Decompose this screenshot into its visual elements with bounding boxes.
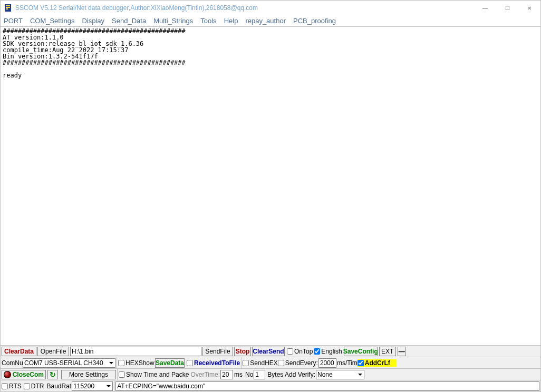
menu-com-settings[interactable]: COM_Settings bbox=[30, 17, 75, 25]
toolbar-row-4: RTS DTR BaudRat 115200 bbox=[1, 380, 540, 391]
file-path-input[interactable] bbox=[70, 347, 201, 356]
title-bar: SSCOM V5.12 Serial/Net data debugger,Aut… bbox=[1, 1, 540, 15]
english-checkbox[interactable]: English bbox=[314, 348, 342, 355]
menu-tools[interactable]: Tools bbox=[200, 17, 216, 25]
menu-bar: PORT COM_Settings Display Send_Data Mult… bbox=[1, 15, 540, 27]
svg-rect-1 bbox=[6, 5, 10, 6]
baud-select[interactable]: 115200 bbox=[72, 381, 113, 391]
send-file-button[interactable]: SendFile bbox=[202, 347, 233, 356]
menu-send-data[interactable]: Send_Data bbox=[112, 17, 146, 25]
add-crlf-checkbox[interactable]: AddCrLf bbox=[358, 359, 397, 367]
terminal-output[interactable]: ########################################… bbox=[1, 27, 540, 347]
send-every-checkbox[interactable]: SendEvery: bbox=[278, 359, 318, 367]
menu-port[interactable]: PORT bbox=[4, 17, 23, 25]
ext-button[interactable]: EXT bbox=[379, 347, 396, 356]
menu-display[interactable]: Display bbox=[82, 17, 104, 25]
dtr-checkbox[interactable]: DTR bbox=[24, 383, 44, 390]
bytes-verify-label: Bytes Add Verify: bbox=[267, 371, 315, 378]
send-every-input[interactable] bbox=[318, 358, 336, 368]
more-settings-button[interactable]: More Settings bbox=[61, 370, 116, 379]
over-time-input[interactable] bbox=[220, 370, 233, 379]
toolbar-row-2: ComNum COM7 USB-SERIAL CH340 HEXShow Sav… bbox=[1, 357, 540, 368]
svg-rect-2 bbox=[6, 7, 10, 8]
ms-label: ms bbox=[234, 371, 243, 378]
stop-button[interactable]: Stop bbox=[234, 347, 251, 356]
rts-checkbox[interactable]: RTS bbox=[2, 383, 22, 390]
collapse-button[interactable]: — bbox=[398, 347, 406, 356]
baud-label: BaudRat bbox=[46, 383, 71, 390]
comnum-label: ComNum bbox=[2, 359, 23, 367]
menu-repay-author[interactable]: repay_author bbox=[245, 17, 286, 25]
toolbar-row-3: CloseCom ↻ More Settings Show Time and P… bbox=[1, 368, 540, 380]
hex-show-checkbox[interactable]: HEXShow bbox=[118, 359, 155, 367]
save-config-button[interactable]: SaveConfig bbox=[344, 347, 378, 356]
no-label: No bbox=[245, 371, 253, 378]
open-file-button[interactable]: OpenFile bbox=[37, 347, 69, 356]
refresh-button[interactable]: ↻ bbox=[47, 370, 58, 379]
minimize-button[interactable]: — bbox=[474, 1, 496, 15]
menu-help[interactable]: Help bbox=[224, 17, 238, 25]
close-button[interactable]: ✕ bbox=[518, 1, 540, 15]
clear-data-button[interactable]: ClearData bbox=[2, 347, 36, 356]
on-top-checkbox[interactable]: OnTop bbox=[287, 348, 313, 355]
com-port-select[interactable]: COM7 USB-SERIAL CH340 bbox=[23, 358, 115, 368]
show-time-checkbox[interactable]: Show Time and Packe bbox=[119, 371, 189, 378]
close-com-button[interactable]: CloseCom bbox=[2, 370, 46, 379]
command-input[interactable] bbox=[115, 381, 539, 391]
maximize-button[interactable]: ☐ bbox=[496, 1, 518, 15]
svg-rect-3 bbox=[6, 8, 8, 9]
ms-tim-label: ms/Tim bbox=[337, 359, 358, 367]
app-icon bbox=[4, 4, 12, 12]
over-time-label: OverTime: bbox=[190, 371, 220, 378]
send-hex-checkbox[interactable]: SendHEX bbox=[243, 359, 278, 367]
verify-select[interactable]: None bbox=[316, 370, 364, 379]
received-to-file-checkbox[interactable]: ReceivedToFile bbox=[187, 359, 240, 367]
clear-send-button[interactable]: ClearSend bbox=[252, 347, 285, 356]
no-input[interactable] bbox=[254, 370, 265, 379]
menu-multi-strings[interactable]: Multi_Strings bbox=[153, 17, 193, 25]
record-icon bbox=[4, 371, 11, 378]
toolbar-row-1: ClearData OpenFile SendFile Stop ClearSe… bbox=[1, 345, 540, 357]
bottom-panel: ClearData OpenFile SendFile Stop ClearSe… bbox=[1, 345, 540, 391]
menu-pcb-proofing[interactable]: PCB_proofing bbox=[293, 17, 336, 25]
save-data-button[interactable]: SaveData bbox=[155, 358, 185, 368]
window-title: SSCOM V5.12 Serial/Net data debugger,Aut… bbox=[15, 4, 258, 12]
window-controls: — ☐ ✕ bbox=[474, 1, 540, 15]
